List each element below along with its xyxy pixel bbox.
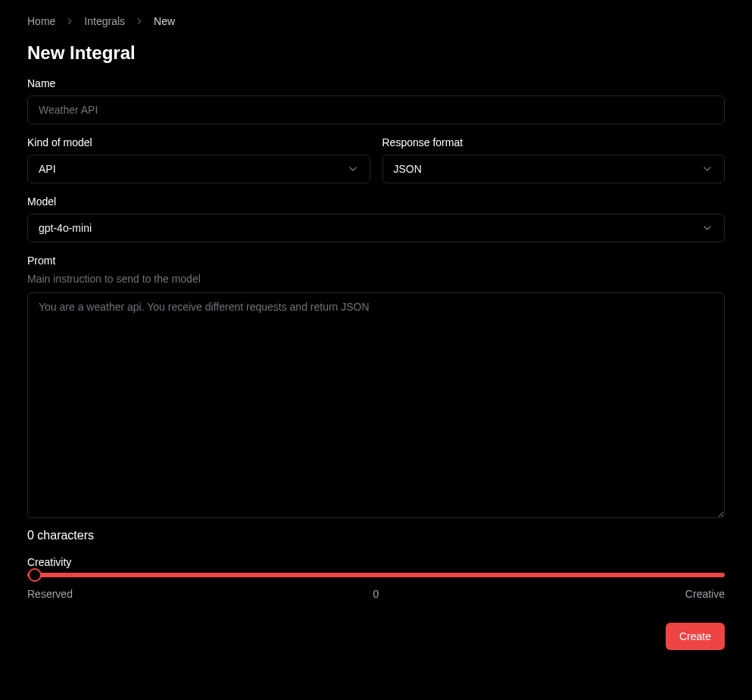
create-button[interactable]: Create [666,623,725,650]
prompt-textarea[interactable] [27,292,725,518]
response-format-select[interactable]: JSON [382,155,725,183]
kind-select[interactable]: API [27,155,370,183]
prompt-sublabel: Main instruction to send to the model [27,273,725,285]
model-select-value: gpt-4o-mini [39,222,92,234]
page-title: New Integral [27,42,725,64]
breadcrumb: Home Integrals New [27,15,725,27]
chevron-down-icon [701,163,713,175]
model-label: Model [27,195,725,208]
response-format-select-value: JSON [394,163,422,175]
creativity-label: Creativity [27,556,71,568]
prompt-label: Promt [27,255,725,267]
model-select[interactable]: gpt-4o-mini [27,214,725,242]
slider-thumb[interactable] [28,568,42,582]
kind-label: Kind of model [27,136,370,148]
chevron-down-icon [347,163,359,175]
response-format-label: Response format [382,136,725,148]
name-input[interactable] [27,95,725,124]
kind-select-value: API [39,163,56,175]
breadcrumb-new: New [154,15,175,27]
slider-left-label: Reserved [27,588,73,600]
char-count: 0 characters [27,529,725,542]
slider-track [27,573,725,577]
slider-center-label: 0 [373,588,379,600]
breadcrumb-home[interactable]: Home [27,15,55,27]
breadcrumb-integrals[interactable]: Integrals [84,15,125,27]
chevron-right-icon [64,16,75,27]
name-label: Name [27,77,725,89]
chevron-right-icon [134,16,145,27]
creativity-slider[interactable] [27,568,725,582]
chevron-down-icon [701,222,713,234]
slider-right-label: Creative [685,588,725,600]
